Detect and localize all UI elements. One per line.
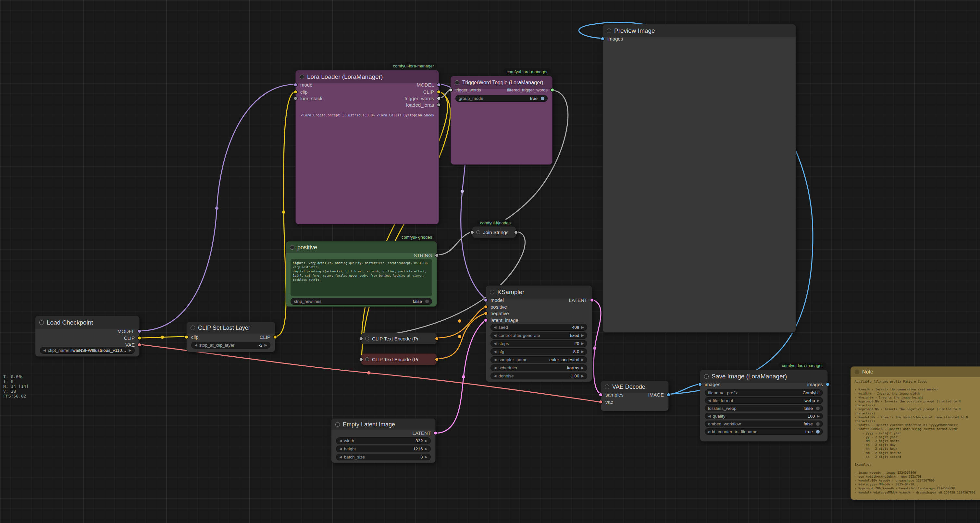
slot-dot-clip[interactable] [137, 336, 142, 340]
output-slot-model[interactable]: MODEL [118, 328, 142, 334]
collapse-dot[interactable] [476, 230, 480, 234]
arrow-right-icon[interactable]: ▶ [581, 358, 584, 361]
widget-stop-at-clip-layer[interactable]: ◀ stop_at_clip_layer -2 ▶ [191, 342, 270, 349]
slot-dot-model[interactable] [293, 83, 298, 87]
input-slot-positive[interactable]: positive [484, 303, 507, 310]
collapsed-input-dot[interactable] [359, 357, 363, 361]
output-slot-filtered-trigger-words[interactable]: filtered_trigger_words [507, 87, 554, 93]
node-clip-set-last-layer[interactable]: CLIP Set Last Layer clip CLIP ◀ stop_at_… [186, 322, 275, 352]
slot-dot-model[interactable] [137, 329, 142, 333]
slot-dot-latent[interactable] [590, 298, 594, 302]
collapse-dot[interactable] [455, 81, 459, 85]
node-title-bar[interactable]: CLIP Text Encode (Pr [361, 354, 437, 365]
widget-width[interactable]: ◀ width 832 ▶ [336, 437, 431, 444]
collapse-dot[interactable] [290, 245, 294, 250]
collapse-dot[interactable] [365, 336, 369, 341]
arrow-right-icon[interactable]: ▶ [817, 399, 819, 403]
slot-dot-filtered-trigger-words[interactable] [550, 88, 554, 92]
toggle-indicator[interactable] [816, 407, 819, 410]
arrow-left-icon[interactable]: ◀ [708, 399, 711, 403]
output-slot-loaded-loras[interactable]: loaded_loras [406, 101, 441, 108]
node-preview-image[interactable]: Preview Image images [603, 24, 796, 333]
node-load-checkpoint[interactable]: Load Checkpoint MODEL CLIP VAE ◀ ckpt_na… [35, 316, 140, 357]
input-slot-vae[interactable]: vae [598, 398, 613, 405]
output-slot-latent[interactable]: LATENT [569, 297, 594, 303]
input-slot-images[interactable]: images [601, 35, 623, 42]
slot-dot-model[interactable] [484, 298, 488, 302]
slot-dot-model[interactable] [437, 83, 441, 87]
arrow-left-icon[interactable]: ◀ [339, 447, 342, 451]
node-title-bar[interactable]: Join Strings [472, 227, 516, 238]
output-slot-clip[interactable]: CLIP [423, 89, 441, 95]
arrow-left-icon[interactable]: ◀ [494, 325, 496, 329]
slot-dot-trigger-words[interactable] [449, 88, 453, 92]
node-title-bar[interactable]: Note [851, 367, 980, 377]
arrow-left-icon[interactable]: ◀ [194, 343, 197, 347]
node-empty-latent-image[interactable]: Empty Latent Image LATENT ◀ width 832 ▶ … [331, 418, 436, 463]
arrow-right-icon[interactable]: ▶ [581, 350, 584, 353]
collapse-dot[interactable] [605, 385, 609, 389]
node-lora-loader[interactable]: comfyui-lora-manager Lora Loader (LoraMa… [295, 70, 439, 224]
collapse-dot[interactable] [365, 357, 369, 361]
collapse-dot[interactable] [704, 374, 709, 379]
arrow-left-icon[interactable]: ◀ [339, 455, 342, 459]
widget-file-format[interactable]: ◀ file_format webp ▶ [705, 397, 823, 404]
node-save-image[interactable]: comfyui-lora-manager Save Image (LoraMan… [700, 369, 828, 442]
arrow-left-icon[interactable]: ◀ [494, 366, 496, 369]
widget-filename-prefix[interactable]: filename_prefix ComfyUI [705, 390, 823, 396]
input-slot-trigger-words[interactable]: trigger_words [449, 87, 481, 93]
slot-dot-trigger-words[interactable] [437, 96, 441, 100]
collapse-dot[interactable] [490, 290, 495, 295]
input-slot-images[interactable]: images [698, 381, 720, 387]
node-clip-text-encode-positive[interactable]: CLIP Text Encode (Pr [361, 333, 437, 344]
node-title-bar[interactable]: CLIP Text Encode (Pr [361, 333, 437, 344]
collapsed-input-dot[interactable] [470, 230, 474, 235]
slot-dot-image[interactable] [826, 382, 830, 387]
widget-steps[interactable]: ◀ steps 20 ▶ [490, 340, 587, 347]
widget-group-mode[interactable]: group_mode true [455, 95, 547, 102]
widget-denoise[interactable]: ◀ denoise 1.00 ▶ [490, 372, 587, 379]
widget-scheduler[interactable]: ◀ scheduler karras ▶ [490, 365, 587, 371]
slot-dot-conditioning[interactable] [484, 305, 488, 309]
slot-dot-lora-stack[interactable] [293, 96, 298, 100]
arrow-left-icon[interactable]: ◀ [43, 349, 46, 352]
output-slot-model[interactable]: MODEL [417, 81, 441, 88]
input-slot-model[interactable]: model [484, 297, 504, 303]
widget-height[interactable]: ◀ height 1216 ▶ [336, 445, 431, 452]
node-title-bar[interactable]: Empty Latent Image [331, 418, 435, 430]
input-slot-lora-stack[interactable]: lora_stack [293, 95, 322, 101]
node-note[interactable]: Note Available filename_prefix Pattern C… [851, 366, 980, 500]
output-slot-latent[interactable]: LATENT [412, 429, 438, 436]
node-triggerword-toggle[interactable]: comfyui-lora-manager TriggerWord Toggle … [450, 76, 552, 165]
arrow-right-icon[interactable]: ▶ [581, 334, 584, 337]
collapsed-output-dot[interactable] [435, 357, 439, 361]
input-slot-latent-image[interactable]: latent_image [484, 317, 519, 323]
output-slot-image[interactable]: IMAGE [648, 391, 671, 398]
arrow-right-icon[interactable]: ▶ [581, 374, 584, 378]
node-clip-text-encode-negative[interactable]: CLIP Text Encode (Pr [361, 353, 437, 365]
slot-dot-latent[interactable] [433, 431, 438, 435]
input-slot-samples[interactable]: samples [598, 391, 624, 398]
slot-dot-loaded-loras[interactable] [437, 103, 441, 107]
node-title-bar[interactable]: Preview Image [603, 24, 795, 37]
toggle-indicator[interactable] [816, 422, 819, 426]
widget-control-after-generate[interactable]: ◀ control after generate fixed ▶ [490, 332, 587, 339]
widget-add-counter-to-filename[interactable]: add_counter_to_filename true [705, 428, 823, 435]
collapse-dot[interactable] [607, 29, 611, 33]
arrow-left-icon[interactable]: ◀ [494, 334, 496, 337]
output-slot-string[interactable]: STRING [414, 252, 439, 258]
node-ksampler[interactable]: KSampler model positive negative latent_… [485, 285, 592, 382]
slot-dot-clip[interactable] [437, 90, 441, 94]
node-title-bar[interactable]: Load Checkpoint [35, 316, 139, 329]
collapsed-output-dot[interactable] [435, 336, 439, 341]
node-join-strings[interactable]: comfyui-kjnodes Join Strings [472, 226, 516, 238]
slot-dot-clip[interactable] [185, 335, 189, 339]
collapse-dot[interactable] [335, 422, 340, 427]
widget-ckpt-name[interactable]: ◀ ckpt_name ilwaiNSFWIllustrious_v110.s.… [40, 347, 135, 354]
widget-embed-workflow[interactable]: embed_workflow false [705, 420, 823, 427]
widget-seed[interactable]: ◀ seed 409 ▶ [490, 324, 587, 331]
slot-dot-string[interactable] [435, 253, 439, 257]
slot-dot-latent[interactable] [598, 393, 603, 397]
slot-dot-conditioning[interactable] [484, 311, 488, 315]
arrow-right-icon[interactable]: ▶ [264, 343, 267, 347]
